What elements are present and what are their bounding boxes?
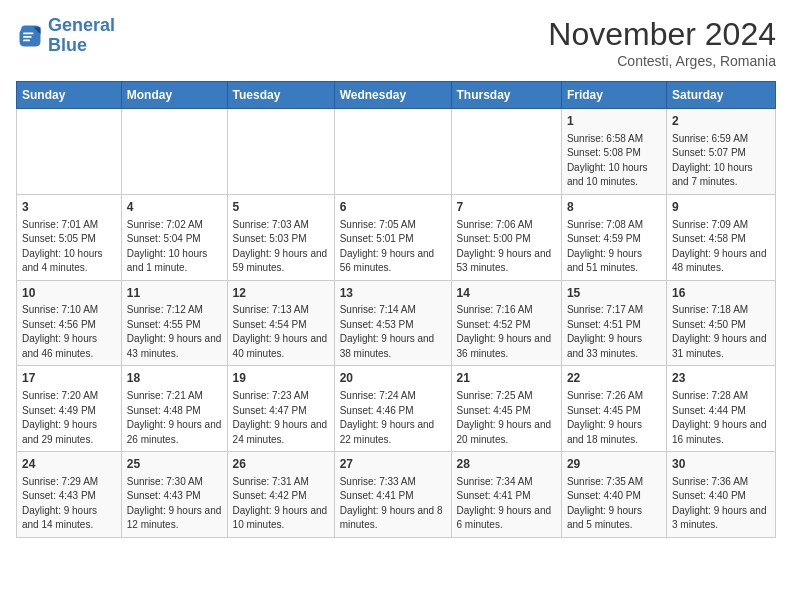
day-info: Sunrise: 7:10 AM Sunset: 4:56 PM Dayligh… <box>22 303 116 361</box>
day-info: Sunrise: 7:33 AM Sunset: 4:41 PM Dayligh… <box>340 475 446 533</box>
day-cell: 11Sunrise: 7:12 AM Sunset: 4:55 PM Dayli… <box>121 280 227 366</box>
day-cell: 20Sunrise: 7:24 AM Sunset: 4:46 PM Dayli… <box>334 366 451 452</box>
day-number: 30 <box>672 456 770 473</box>
day-cell <box>17 109 122 195</box>
day-cell: 10Sunrise: 7:10 AM Sunset: 4:56 PM Dayli… <box>17 280 122 366</box>
day-info: Sunrise: 7:30 AM Sunset: 4:43 PM Dayligh… <box>127 475 222 533</box>
day-number: 12 <box>233 285 329 302</box>
day-number: 16 <box>672 285 770 302</box>
day-number: 26 <box>233 456 329 473</box>
day-cell: 27Sunrise: 7:33 AM Sunset: 4:41 PM Dayli… <box>334 452 451 538</box>
day-cell: 15Sunrise: 7:17 AM Sunset: 4:51 PM Dayli… <box>561 280 666 366</box>
month-title: November 2024 <box>548 16 776 53</box>
day-cell <box>121 109 227 195</box>
day-cell: 12Sunrise: 7:13 AM Sunset: 4:54 PM Dayli… <box>227 280 334 366</box>
day-info: Sunrise: 7:03 AM Sunset: 5:03 PM Dayligh… <box>233 218 329 276</box>
day-info: Sunrise: 7:25 AM Sunset: 4:45 PM Dayligh… <box>457 389 556 447</box>
day-number: 23 <box>672 370 770 387</box>
location-subtitle: Contesti, Arges, Romania <box>548 53 776 69</box>
day-number: 29 <box>567 456 661 473</box>
day-number: 3 <box>22 199 116 216</box>
svg-rect-1 <box>23 36 32 38</box>
day-number: 5 <box>233 199 329 216</box>
day-info: Sunrise: 7:14 AM Sunset: 4:53 PM Dayligh… <box>340 303 446 361</box>
day-cell: 22Sunrise: 7:26 AM Sunset: 4:45 PM Dayli… <box>561 366 666 452</box>
day-cell: 14Sunrise: 7:16 AM Sunset: 4:52 PM Dayli… <box>451 280 561 366</box>
day-info: Sunrise: 7:08 AM Sunset: 4:59 PM Dayligh… <box>567 218 661 276</box>
day-cell <box>334 109 451 195</box>
day-cell: 16Sunrise: 7:18 AM Sunset: 4:50 PM Dayli… <box>666 280 775 366</box>
day-number: 14 <box>457 285 556 302</box>
day-info: Sunrise: 7:01 AM Sunset: 5:05 PM Dayligh… <box>22 218 116 276</box>
week-row-1: 1Sunrise: 6:58 AM Sunset: 5:08 PM Daylig… <box>17 109 776 195</box>
day-header-sunday: Sunday <box>17 82 122 109</box>
day-info: Sunrise: 7:23 AM Sunset: 4:47 PM Dayligh… <box>233 389 329 447</box>
day-cell: 26Sunrise: 7:31 AM Sunset: 4:42 PM Dayli… <box>227 452 334 538</box>
day-number: 1 <box>567 113 661 130</box>
day-number: 24 <box>22 456 116 473</box>
day-number: 15 <box>567 285 661 302</box>
day-cell: 8Sunrise: 7:08 AM Sunset: 4:59 PM Daylig… <box>561 194 666 280</box>
day-number: 17 <box>22 370 116 387</box>
logo-line2: Blue <box>48 35 87 55</box>
day-cell: 5Sunrise: 7:03 AM Sunset: 5:03 PM Daylig… <box>227 194 334 280</box>
day-number: 25 <box>127 456 222 473</box>
logo-text: General Blue <box>48 16 115 56</box>
day-info: Sunrise: 7:13 AM Sunset: 4:54 PM Dayligh… <box>233 303 329 361</box>
week-row-2: 3Sunrise: 7:01 AM Sunset: 5:05 PM Daylig… <box>17 194 776 280</box>
day-number: 9 <box>672 199 770 216</box>
day-cell: 19Sunrise: 7:23 AM Sunset: 4:47 PM Dayli… <box>227 366 334 452</box>
day-cell <box>451 109 561 195</box>
day-cell: 1Sunrise: 6:58 AM Sunset: 5:08 PM Daylig… <box>561 109 666 195</box>
day-info: Sunrise: 7:26 AM Sunset: 4:45 PM Dayligh… <box>567 389 661 447</box>
day-cell: 2Sunrise: 6:59 AM Sunset: 5:07 PM Daylig… <box>666 109 775 195</box>
day-header-wednesday: Wednesday <box>334 82 451 109</box>
day-number: 7 <box>457 199 556 216</box>
day-number: 8 <box>567 199 661 216</box>
day-number: 18 <box>127 370 222 387</box>
day-number: 6 <box>340 199 446 216</box>
day-cell: 28Sunrise: 7:34 AM Sunset: 4:41 PM Dayli… <box>451 452 561 538</box>
day-cell: 17Sunrise: 7:20 AM Sunset: 4:49 PM Dayli… <box>17 366 122 452</box>
svg-rect-0 <box>23 32 34 34</box>
day-header-friday: Friday <box>561 82 666 109</box>
logo-line1: General <box>48 15 115 35</box>
day-info: Sunrise: 7:34 AM Sunset: 4:41 PM Dayligh… <box>457 475 556 533</box>
day-info: Sunrise: 7:02 AM Sunset: 5:04 PM Dayligh… <box>127 218 222 276</box>
day-info: Sunrise: 7:17 AM Sunset: 4:51 PM Dayligh… <box>567 303 661 361</box>
day-number: 20 <box>340 370 446 387</box>
logo: General Blue <box>16 16 115 56</box>
title-block: November 2024 Contesti, Arges, Romania <box>548 16 776 69</box>
day-number: 4 <box>127 199 222 216</box>
day-number: 27 <box>340 456 446 473</box>
day-cell <box>227 109 334 195</box>
day-number: 22 <box>567 370 661 387</box>
week-row-3: 10Sunrise: 7:10 AM Sunset: 4:56 PM Dayli… <box>17 280 776 366</box>
day-info: Sunrise: 7:16 AM Sunset: 4:52 PM Dayligh… <box>457 303 556 361</box>
day-cell: 21Sunrise: 7:25 AM Sunset: 4:45 PM Dayli… <box>451 366 561 452</box>
day-cell: 9Sunrise: 7:09 AM Sunset: 4:58 PM Daylig… <box>666 194 775 280</box>
day-header-tuesday: Tuesday <box>227 82 334 109</box>
day-info: Sunrise: 7:12 AM Sunset: 4:55 PM Dayligh… <box>127 303 222 361</box>
svg-rect-2 <box>23 39 30 41</box>
day-info: Sunrise: 7:05 AM Sunset: 5:01 PM Dayligh… <box>340 218 446 276</box>
day-cell: 13Sunrise: 7:14 AM Sunset: 4:53 PM Dayli… <box>334 280 451 366</box>
day-info: Sunrise: 7:29 AM Sunset: 4:43 PM Dayligh… <box>22 475 116 533</box>
day-cell: 30Sunrise: 7:36 AM Sunset: 4:40 PM Dayli… <box>666 452 775 538</box>
day-info: Sunrise: 7:36 AM Sunset: 4:40 PM Dayligh… <box>672 475 770 533</box>
day-info: Sunrise: 7:28 AM Sunset: 4:44 PM Dayligh… <box>672 389 770 447</box>
day-cell: 29Sunrise: 7:35 AM Sunset: 4:40 PM Dayli… <box>561 452 666 538</box>
day-number: 10 <box>22 285 116 302</box>
week-row-4: 17Sunrise: 7:20 AM Sunset: 4:49 PM Dayli… <box>17 366 776 452</box>
page-header: General Blue November 2024 Contesti, Arg… <box>16 16 776 69</box>
day-number: 19 <box>233 370 329 387</box>
day-cell: 23Sunrise: 7:28 AM Sunset: 4:44 PM Dayli… <box>666 366 775 452</box>
day-number: 11 <box>127 285 222 302</box>
day-header-saturday: Saturday <box>666 82 775 109</box>
day-info: Sunrise: 7:21 AM Sunset: 4:48 PM Dayligh… <box>127 389 222 447</box>
day-cell: 25Sunrise: 7:30 AM Sunset: 4:43 PM Dayli… <box>121 452 227 538</box>
day-cell: 4Sunrise: 7:02 AM Sunset: 5:04 PM Daylig… <box>121 194 227 280</box>
header-row: SundayMondayTuesdayWednesdayThursdayFrid… <box>17 82 776 109</box>
day-info: Sunrise: 7:24 AM Sunset: 4:46 PM Dayligh… <box>340 389 446 447</box>
day-header-thursday: Thursday <box>451 82 561 109</box>
